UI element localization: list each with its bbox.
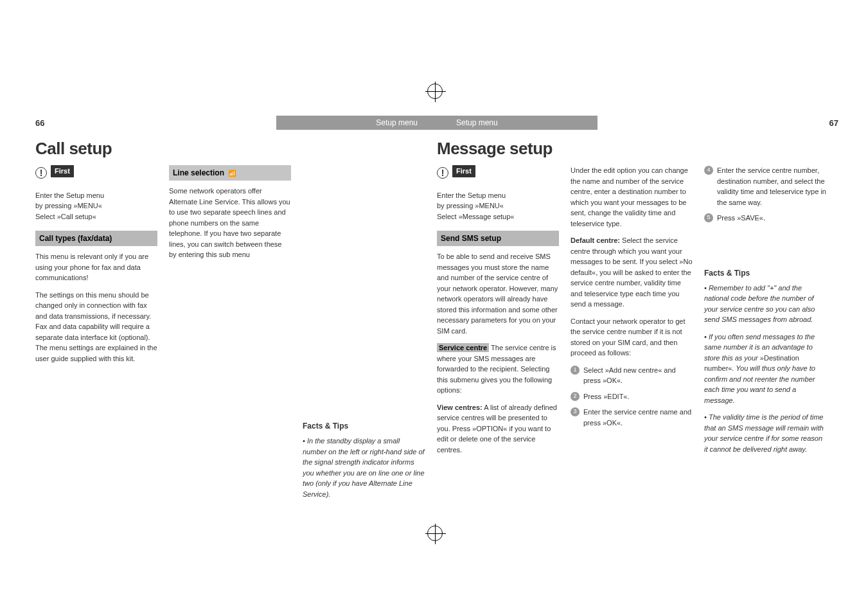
alert-icon: ! [437,167,448,179]
registration-mark-bottom [427,526,443,541]
header-bar-right: Setup menu 67 [437,116,838,130]
step4-text: Enter the service centre number, destina… [717,165,826,208]
step1-text: Select »Add new centre« and press »OK«. [583,365,693,386]
first-b-2: by pressing »MENU« [437,200,559,211]
facts-right-1: • Remember to add "+" and the national c… [704,283,826,325]
signal-icon: 📶 [228,168,236,178]
step-5: 5 Press »SAVE«. [704,213,826,224]
facts-right-2: • If you often send messages to the same… [704,332,826,406]
alert-icon: ! [35,167,47,179]
col-5: Under the edit option you can change the… [571,165,693,461]
service-centre-para: Service centre The service centre is whe… [437,342,559,396]
call-types-p1: This menu is relevant only if you are us… [35,251,157,283]
page-left: 66 Setup menu Call setup ! First Enter t… [35,116,437,499]
facts-left-p: • In the standby display a small number … [303,436,425,499]
first-b-1: Enter the Setup menu [437,190,559,201]
col5-p3: Contact your network operator to get the… [571,316,693,359]
step3-text: Enter the service centre name and press … [583,407,693,428]
first-tag-b: First [452,165,475,177]
col-3: Facts & Tips • In the standby display a … [303,165,425,499]
facts-heading-left: Facts & Tips [303,420,425,432]
line-selection-p: Some network operators offer Alternate L… [169,186,291,260]
bullet-2: 2 [571,392,580,401]
step-4: 4 Enter the service centre number, desti… [704,165,826,208]
service-centre-label: Service centre [437,343,489,352]
col5-p1: Under the edit option you can change the… [571,165,693,229]
first-b-3: Select »Message setup« [437,211,559,222]
call-types-heading: Call types (fax/data) [35,231,157,246]
default-centre-para: Default centre: Select the service centr… [571,235,693,310]
col-6: 4 Enter the service centre number, desti… [704,165,826,461]
view-centres-para: View centres: A list of already defined … [437,402,559,456]
header-label-right: Setup menu [456,118,498,127]
page-title-right: Message setup [437,139,838,159]
default-centre-bold: Default centre: [571,236,620,244]
first-box-a: Enter the Setup menu by pressing »MENU« … [35,190,157,222]
header-bar-left: 66 Setup menu [35,116,437,130]
step2-text: Press »EDIT«. [583,391,630,402]
page-number-right: 67 [829,118,838,128]
first-box-b: Enter the Setup menu by pressing »MENU« … [437,190,559,222]
page-number-left: 66 [35,118,44,128]
bullet-3: 3 [571,407,580,416]
first-tag: First [51,165,74,177]
bullet-5: 5 [704,213,713,222]
line-selection-heading: Line selection [173,167,224,179]
facts-heading-right: Facts & Tips [704,267,826,279]
bullet-1: 1 [571,366,580,375]
header-label-left: Setup menu [376,118,418,127]
default-centre-text: Select the service centre through which … [571,236,693,308]
col-2: Line selection 📶 Some network operators … [169,165,291,499]
col-1: ! First Enter the Setup menu by pressing… [35,165,157,499]
step5-text: Press »SAVE«. [717,213,765,224]
send-sms-heading: Send SMS setup [437,231,559,246]
bullet-4: 4 [704,166,713,175]
first-a-3: Select »Call setup« [35,211,157,222]
page-right: Setup menu 67 Message setup ! First Ente… [437,116,838,499]
step-3: 3 Enter the service centre name and pres… [571,407,693,428]
first-a-2: by pressing »MENU« [35,200,157,211]
view-centres-bold: View centres: [437,404,483,411]
page-title-left: Call setup [35,139,437,159]
registration-mark-top [427,84,443,99]
step-2: 2 Press »EDIT«. [571,391,693,402]
step-1: 1 Select »Add new centre« and press »OK«… [571,365,693,386]
first-a-1: Enter the Setup menu [35,190,157,201]
call-types-p2: The settings on this menu should be chan… [35,290,157,364]
col-4: ! First Enter the Setup menu by pressing… [437,165,559,461]
send-sms-p: To be able to send and receive SMS messa… [437,251,559,336]
spread: 66 Setup menu Call setup ! First Enter t… [35,116,838,499]
facts-right-3: • The validity time is the period of tim… [704,412,826,454]
